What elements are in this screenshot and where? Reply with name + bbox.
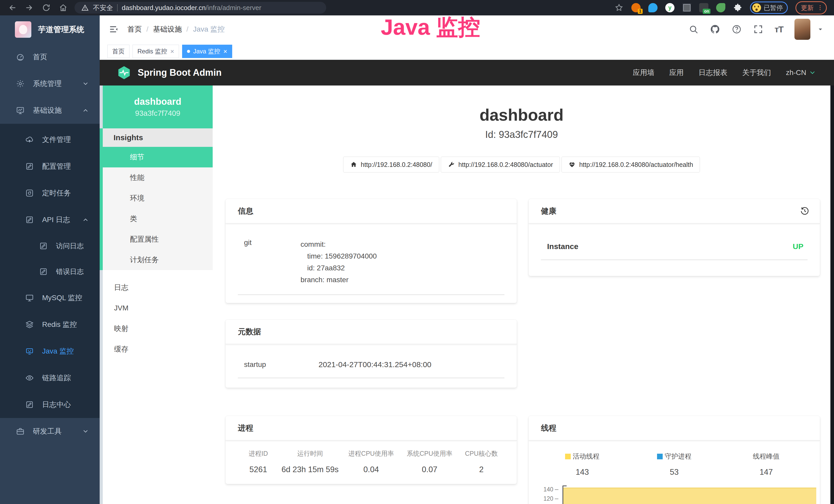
- sba-item-mappings[interactable]: 映射: [103, 318, 213, 339]
- sba-brand[interactable]: Spring Boot Admin: [100, 65, 222, 80]
- sidebar-item-java-monitor[interactable]: Java 监控: [0, 338, 100, 365]
- sidebar-item-system[interactable]: 系统管理: [0, 70, 100, 97]
- user-avatar[interactable]: [794, 19, 810, 40]
- sba-item-classes[interactable]: 类: [103, 208, 213, 229]
- sba-item-config-props[interactable]: 配置属性: [103, 229, 213, 250]
- sba-nav-journal[interactable]: 日志报表: [699, 68, 727, 77]
- sidebar-item-log-center[interactable]: 日志中心: [0, 391, 100, 418]
- health-url-button[interactable]: http://192.168.0.2:48080/actuator/health: [562, 157, 700, 173]
- actuator-url-button[interactable]: http://192.168.0.2:48080/actuator: [441, 157, 560, 173]
- user-caret-down-icon[interactable]: [817, 26, 824, 32]
- infra-submenu: 文件管理 配置管理 定时任务 API 日志 访问日志 错误日志: [0, 124, 100, 418]
- sidebar-item-label: 日志中心: [42, 400, 71, 410]
- sba-item-logfile[interactable]: 日志: [103, 277, 213, 298]
- metadata-card-title: 元数据: [225, 320, 517, 344]
- tab-close-icon[interactable]: ×: [223, 48, 227, 55]
- breadcrumb-separator: /: [147, 25, 149, 33]
- extension-icon-pin[interactable]: [648, 3, 658, 12]
- sidebar-item-home[interactable]: 首页: [0, 44, 100, 70]
- back-icon[interactable]: [8, 3, 17, 12]
- page-instance-id: Id: 93a3fc7f7409: [213, 129, 830, 140]
- sba-language-select[interactable]: zh-CN: [786, 69, 816, 77]
- sidebar-item-label: 研发工具: [33, 427, 62, 436]
- browser-menu-kebab-icon[interactable]: [817, 4, 824, 12]
- sidebar-item-mysql-monitor[interactable]: MySQL 监控: [0, 284, 100, 311]
- service-url-button[interactable]: http://192.168.0.2:48080/: [343, 157, 439, 173]
- sba-nav-wallboard[interactable]: 应用墙: [633, 68, 655, 77]
- hamburger-icon[interactable]: [108, 24, 119, 35]
- sidebar-item-label: 系统管理: [33, 79, 62, 89]
- search-icon[interactable]: [688, 24, 699, 35]
- sidebar-item-api-log[interactable]: API 日志: [0, 206, 100, 233]
- sidebar-item-file-manage[interactable]: 文件管理: [0, 126, 100, 153]
- window-scrollbar[interactable]: [830, 86, 834, 504]
- browser-home-icon[interactable]: [59, 3, 68, 12]
- tab-home[interactable]: 首页: [107, 45, 129, 58]
- sba-nav-applications[interactable]: 应用: [670, 68, 684, 77]
- app-logo[interactable]: 芋道管理系统: [0, 16, 100, 44]
- extension-icon-orange[interactable]: 1: [631, 3, 641, 12]
- sba-nav-about[interactable]: 关于我们: [742, 68, 771, 77]
- url-host: dashboard.yudao.iocoder.cn: [122, 4, 206, 12]
- wrench-icon: [448, 161, 455, 168]
- font-size-icon[interactable]: тT: [775, 24, 783, 35]
- sidebar-item-redis-monitor[interactable]: Redis 监控: [0, 311, 100, 338]
- log-edit-icon: [39, 242, 48, 250]
- extensions-puzzle-icon[interactable]: [733, 3, 742, 12]
- reload-icon[interactable]: [42, 3, 51, 12]
- sidebar-item-label: 首页: [33, 52, 47, 62]
- breadcrumb-home[interactable]: 首页: [127, 24, 142, 34]
- y-tick-140: 140: [544, 486, 558, 493]
- col-pid: 进程ID: [238, 449, 278, 458]
- live-threads-value: 143: [536, 467, 628, 477]
- extension-icon-y-circle[interactable]: y: [665, 3, 675, 12]
- sidebar-item-label: MySQL 监控: [42, 293, 82, 303]
- breadcrumb-section[interactable]: 基础设施: [153, 24, 182, 34]
- sba-hexagon-logo-icon: [117, 65, 132, 80]
- sidebar-item-config-manage[interactable]: 配置管理: [0, 153, 100, 180]
- forward-icon[interactable]: [25, 3, 34, 12]
- sidebar-item-dev-tools[interactable]: 研发工具: [0, 418, 100, 445]
- breadcrumb-current: Java 监控: [193, 24, 225, 34]
- sba-item-jvm[interactable]: JVM: [103, 298, 213, 318]
- sba-brand-label: Spring Boot Admin: [138, 67, 222, 78]
- layers-icon: [25, 320, 34, 329]
- bookmark-star-icon[interactable]: [614, 3, 623, 12]
- sba-item-metrics[interactable]: 性能: [103, 167, 213, 188]
- git-branch-line: branch: master: [301, 274, 377, 286]
- daemon-threads-swatch: [657, 454, 663, 459]
- tab-close-icon[interactable]: ×: [170, 48, 174, 55]
- profile-paused-chip[interactable]: 已暂停: [750, 2, 788, 14]
- github-icon[interactable]: [710, 24, 720, 35]
- fullscreen-icon[interactable]: [753, 24, 763, 35]
- tab-java-monitor[interactable]: Java 监控 ×: [182, 45, 232, 58]
- log-edit-icon: [25, 400, 34, 409]
- help-icon[interactable]: [731, 24, 742, 35]
- chrome-update-button[interactable]: 更新: [795, 1, 827, 15]
- tab-redis-monitor[interactable]: Redis 监控 ×: [133, 45, 179, 58]
- sidebar-item-access-log[interactable]: 访问日志: [0, 233, 100, 259]
- sidebar-item-scheduled-job[interactable]: 定时任务: [0, 180, 100, 206]
- sidebar-item-infra[interactable]: 基础设施: [0, 97, 100, 124]
- sba-instance-header[interactable]: dashboard 93a3fc7f7409: [103, 86, 213, 129]
- sidebar-item-label: 访问日志: [56, 241, 84, 251]
- sidebar-item-error-log[interactable]: 错误日志: [0, 259, 100, 284]
- tab-label: Java 监控: [193, 47, 220, 55]
- sba-item-scheduled-tasks[interactable]: 计划任务: [103, 250, 213, 270]
- sba-item-environment[interactable]: 环境: [103, 188, 213, 208]
- extension-icon-tabs[interactable]: on: [699, 3, 708, 12]
- edit-icon: [25, 162, 34, 171]
- not-secure-warning-icon[interactable]: [81, 4, 89, 12]
- sba-section-insights: Insights: [103, 129, 213, 147]
- val-uptime: 6d 23h 15m 59s: [278, 465, 342, 474]
- address-bar[interactable]: 不安全 dashboard.yudao.iocoder.cn/infra/adm…: [74, 2, 326, 14]
- breadcrumb: 首页 / 基础设施 / Java 监控: [127, 24, 225, 34]
- extension-icon-grid[interactable]: [682, 3, 692, 12]
- health-row-instance: Instance UP: [529, 224, 820, 251]
- sba-item-details[interactable]: 细节: [103, 147, 213, 167]
- sidebar-item-trace[interactable]: 链路追踪: [0, 365, 100, 391]
- sba-item-caches[interactable]: 缓存: [103, 339, 213, 360]
- history-icon[interactable]: [800, 206, 810, 216]
- eye-icon: [25, 373, 34, 382]
- extension-icon-green-leaf[interactable]: [716, 3, 725, 12]
